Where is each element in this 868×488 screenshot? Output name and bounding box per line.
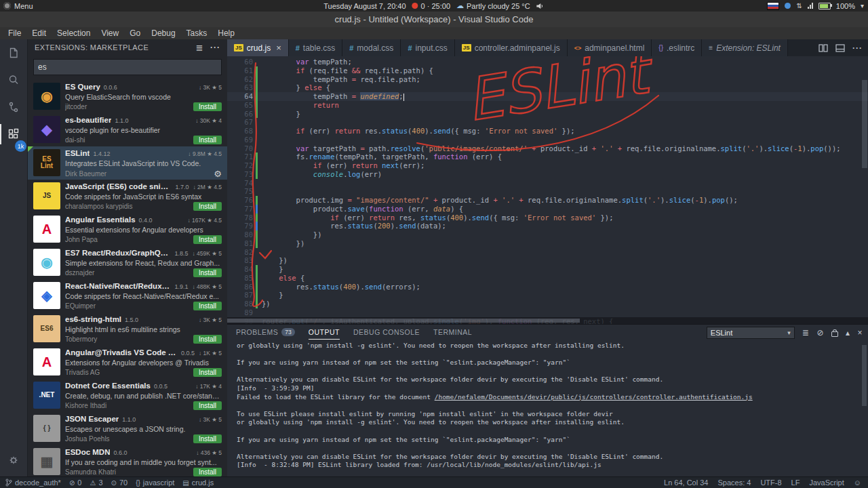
menu-file[interactable]: File [3,28,26,38]
panel-scrollbar[interactable] [862,345,867,406]
menu-help[interactable]: Help [212,28,240,38]
timer-indicator[interactable]: 0 · 25:00 [412,2,450,10]
tray-app-icon[interactable] [785,3,791,9]
install-button[interactable]: Install [193,302,222,310]
encoding-setting[interactable]: UTF-8 [760,479,781,487]
extension-item[interactable]: ES LintESLint1.4.12↓ 9.8M ★ 4.5Integrate… [28,146,227,180]
language-tool-indicator[interactable]: {} javascript [136,479,174,487]
install-button[interactable]: Install [193,468,222,476]
tab-controller-adminpanel-js[interactable]: JScontroller.adminpanel.js [455,39,568,56]
network-signal-icon[interactable] [808,3,813,9]
sort-filter-icon[interactable]: ≣ [196,43,203,53]
tab-output[interactable]: OUTPUT [309,325,340,340]
git-branch-status[interactable]: decode_auth* [5,479,61,487]
extension-item[interactable]: ES6es6-string-html1.5.0↓ 3K ★ 5Highlight… [28,312,227,346]
tab-extension-eslint[interactable]: ≡Extension: ESLint [702,39,788,56]
extension-author: Kishore Ithadi [65,402,193,409]
js-file-icon: JS [462,44,471,52]
clock[interactable]: Tuesday August 7, 20:40 [323,2,406,10]
info-count[interactable]: ⊙ 70 [111,479,128,487]
menu-tasks[interactable]: Tasks [181,28,213,38]
window-titlebar[interactable]: crud.js - Untitled (Workspace) - Visual … [0,12,868,28]
install-button[interactable]: Install [193,434,222,443]
code-area[interactable]: 60 var tempPath;61 if (req.file && req.f… [227,56,868,325]
install-button[interactable]: Install [193,102,222,111]
indentation-setting[interactable]: Spaces: 4 [717,479,751,487]
extension-item[interactable]: ▦ESDoc MDN0.6.0↓ 436 ★ 5If you are codin… [28,445,227,476]
eol-setting[interactable]: LF [791,479,800,487]
menu-view[interactable]: View [96,28,124,38]
vertical-scrollbar[interactable] [862,80,867,168]
activitybar-search[interactable] [0,66,27,94]
tab-debug-console[interactable]: DEBUG CONSOLE [353,325,420,340]
tab-input-css[interactable]: #input.css [401,39,454,56]
tab-terminal[interactable]: TERMINAL [433,325,472,340]
menu-edit[interactable]: Edit [26,28,52,38]
weather-indicator[interactable]: ☁ Partly cloudy 25 °C [456,1,530,10]
language-mode[interactable]: JavaScript [809,479,844,487]
more-actions-icon[interactable]: ··· [852,43,863,53]
split-editor-icon[interactable] [818,44,828,52]
install-button[interactable]: Install [193,268,222,277]
extension-item[interactable]: ◈React-Native/React/Redux s...1.9.1↓ 488… [28,279,227,312]
activitybar-settings[interactable] [0,447,27,474]
maximize-panel-icon[interactable]: ▴ [846,329,850,337]
extension-item[interactable]: ◉ES Query0.0.6↓ 3K ★ 5Query ElasticSearc… [28,80,227,113]
code-line: 65 return [227,101,868,110]
install-button[interactable]: Install [193,335,222,344]
output-log[interactable]: or globally using 'npm install -g eslint… [237,342,860,474]
tab-table-css[interactable]: #table.css [289,39,342,56]
extension-stats: ↓ 30K ★ 4 [191,117,222,124]
more-actions-icon[interactable]: ··· [210,43,220,52]
keyboard-layout-flag-icon[interactable] [767,2,779,10]
extension-gear-icon[interactable]: ⚙ [214,169,222,179]
system-menu-button[interactable]: Menu [3,0,33,12]
close-icon[interactable]: × [276,43,281,52]
sync-arrows-icon[interactable]: ⇅ [796,2,802,9]
install-button[interactable]: Install [193,368,222,377]
toggle-output-icon[interactable]: ≣ [802,329,810,337]
battery-icon[interactable] [818,3,831,9]
output-channel-select[interactable]: ESLint ▾ [707,327,795,339]
menu-go[interactable]: Go [124,28,146,38]
extension-item[interactable]: { }JSON Escaper1.1.0↓ 3K ★ 5Escapes or u… [28,412,227,445]
scroll-lock-icon[interactable] [831,331,838,337]
install-button[interactable]: Install [193,235,222,244]
install-button[interactable]: Install [193,202,222,211]
activitybar-extensions[interactable]: 1k [0,121,27,148]
install-button[interactable]: Install [193,136,222,144]
scrollbar-thumb[interactable] [227,319,580,323]
extensions-search-input[interactable] [34,62,221,72]
activitybar-source-control[interactable] [0,94,27,121]
install-button[interactable]: Install [193,401,222,410]
extension-description: Extensions for Angular developers @ Triv… [65,359,222,367]
menu-debug[interactable]: Debug [146,28,180,38]
activitybar-explorer[interactable] [0,39,27,66]
feedback-smiley-icon[interactable]: ☺ [854,479,861,487]
tab--eslintrc[interactable]: {}.eslintrc [652,39,702,56]
file-link[interactable]: /home/nefalem/Documents/devir/public/js/… [435,393,753,401]
extension-author: Samundra Khatri [65,468,193,476]
toggle-panel-icon[interactable] [835,44,845,52]
tab-adminpanel-html[interactable]: <>adminpanel.html [568,39,652,56]
active-file-indicator[interactable]: ▤ crud.js [182,479,214,487]
tab-crud-js[interactable]: JScrud.js× [227,39,289,56]
warning-count[interactable]: ⚠ 3 [90,479,102,487]
speaker-icon[interactable] [536,3,545,9]
chevron-down-icon[interactable]: ▾ [861,2,864,9]
tab-problems[interactable]: PROBLEMS 73 [236,325,295,340]
menu-selection[interactable]: Selection [52,28,96,38]
close-panel-icon[interactable]: × [857,329,863,337]
extension-item[interactable]: ◉ES7 React/Redux/GraphQL/R..1.8.5↓ 459K … [28,246,227,279]
extension-item[interactable]: ◆es-beautifier1.1.0↓ 30K ★ 4vscode plugi… [28,113,227,146]
tab-modal-css[interactable]: #modal.css [342,39,401,56]
error-count[interactable]: ⊘ 0 [69,479,82,487]
extension-item[interactable]: AAngular@Trivadis VS Code Ess...0.0.5↓ 1… [28,346,227,379]
clear-output-icon[interactable]: ⊘ [816,329,824,337]
horizontal-scrollbar[interactable] [227,317,868,324]
extension-item[interactable]: AAngular Essentials0.4.0↓ 167K ★ 4.5Esse… [28,213,227,246]
extension-item[interactable]: .NETDotnet Core Essentials0.0.5↓ 17K ★ 4… [28,379,227,412]
gutter-change-indicator [256,101,258,110]
extension-item[interactable]: JSJavaScript (ES6) code snippets1.7.0↓ 2… [28,180,227,213]
cursor-position[interactable]: Ln 64, Col 34 [664,479,708,487]
